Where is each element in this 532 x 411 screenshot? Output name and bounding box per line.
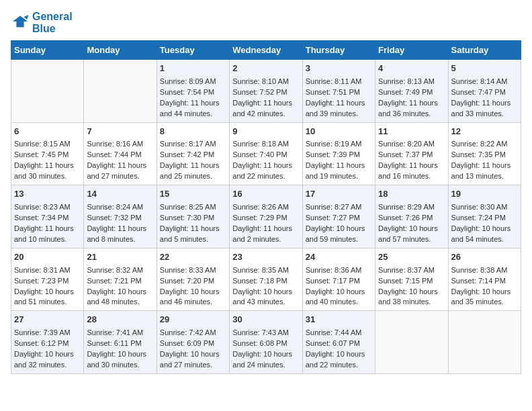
calendar-cell: 30Sunrise: 7:43 AMSunset: 6:08 PMDayligh… — [230, 311, 302, 374]
calendar-cell: 22Sunrise: 8:33 AMSunset: 7:20 PMDayligh… — [157, 248, 229, 311]
daylight-text: Daylight: 10 hours and 54 minutes. — [451, 224, 518, 245]
sunset-text: Sunset: 7:42 PM — [160, 150, 226, 161]
sunset-text: Sunset: 6:07 PM — [306, 338, 372, 349]
calendar-cell — [11, 60, 84, 123]
day-number: 27 — [14, 314, 81, 326]
sunrise-text: Sunrise: 8:37 AM — [378, 265, 445, 276]
sunset-text: Sunset: 7:39 PM — [306, 150, 372, 161]
sunrise-text: Sunrise: 8:29 AM — [378, 202, 445, 213]
day-number: 2 — [232, 62, 299, 75]
day-number: 24 — [306, 251, 372, 264]
sunrise-text: Sunrise: 8:22 AM — [451, 139, 518, 150]
days-of-week-header: SundayMondayTuesdayWednesdayThursdayFrid… — [11, 41, 521, 60]
daylight-text: Daylight: 11 hours and 33 minutes. — [451, 98, 518, 120]
calendar-cell: 15Sunrise: 8:25 AMSunset: 7:30 PMDayligh… — [157, 185, 229, 248]
sunrise-text: Sunrise: 8:19 AM — [306, 139, 372, 150]
day-number: 8 — [160, 126, 226, 138]
sunset-text: Sunset: 7:45 PM — [14, 150, 81, 161]
sunrise-text: Sunrise: 8:27 AM — [306, 202, 372, 213]
calendar-cell: 23Sunrise: 8:35 AMSunset: 7:18 PMDayligh… — [230, 248, 302, 311]
dow-header-friday: Friday — [375, 41, 448, 60]
calendar-week-5: 27Sunrise: 7:39 AMSunset: 6:12 PMDayligh… — [11, 311, 521, 374]
sunrise-text: Sunrise: 8:25 AM — [160, 202, 226, 213]
logo: General Blue — [11, 11, 73, 35]
daylight-text: Daylight: 11 hours and 2 minutes. — [232, 224, 299, 245]
day-number: 14 — [87, 188, 153, 201]
sunset-text: Sunset: 6:11 PM — [87, 338, 153, 349]
calendar-cell: 26Sunrise: 8:38 AMSunset: 7:14 PMDayligh… — [448, 248, 521, 311]
calendar-cell: 29Sunrise: 7:42 AMSunset: 6:09 PMDayligh… — [157, 311, 229, 374]
calendar-cell: 17Sunrise: 8:27 AMSunset: 7:27 PMDayligh… — [302, 185, 375, 248]
sunset-text: Sunset: 7:44 PM — [87, 150, 153, 161]
sunset-text: Sunset: 7:17 PM — [306, 276, 372, 287]
sunrise-text: Sunrise: 8:24 AM — [87, 202, 153, 213]
calendar-cell: 1Sunrise: 8:09 AMSunset: 7:54 PMDaylight… — [157, 60, 229, 123]
sunrise-text: Sunrise: 8:36 AM — [306, 265, 372, 276]
calendar-cell: 12Sunrise: 8:22 AMSunset: 7:35 PMDayligh… — [448, 122, 521, 185]
sunrise-text: Sunrise: 8:30 AM — [451, 202, 518, 213]
calendar-body: 1Sunrise: 8:09 AMSunset: 7:54 PMDaylight… — [11, 60, 521, 374]
daylight-text: Daylight: 11 hours and 42 minutes. — [232, 98, 299, 120]
daylight-text: Daylight: 10 hours and 32 minutes. — [14, 349, 81, 371]
calendar-week-1: 1Sunrise: 8:09 AMSunset: 7:54 PMDaylight… — [11, 60, 521, 123]
daylight-text: Daylight: 10 hours and 35 minutes. — [451, 287, 518, 308]
calendar-cell: 5Sunrise: 8:14 AMSunset: 7:47 PMDaylight… — [448, 60, 521, 123]
calendar-cell: 21Sunrise: 8:32 AMSunset: 7:21 PMDayligh… — [84, 248, 157, 311]
sunrise-text: Sunrise: 8:33 AM — [160, 265, 226, 276]
daylight-text: Daylight: 11 hours and 19 minutes. — [306, 161, 372, 182]
sunset-text: Sunset: 7:40 PM — [232, 150, 299, 161]
sunset-text: Sunset: 7:20 PM — [160, 276, 226, 287]
sunrise-text: Sunrise: 8:11 AM — [306, 77, 372, 87]
logo-bird-icon — [11, 12, 30, 31]
day-number: 26 — [451, 251, 518, 264]
header: General Blue — [11, 11, 521, 35]
sunrise-text: Sunrise: 8:35 AM — [232, 265, 299, 276]
calendar-cell: 13Sunrise: 8:23 AMSunset: 7:34 PMDayligh… — [11, 185, 84, 248]
sunrise-text: Sunrise: 8:26 AM — [232, 202, 299, 213]
sunrise-text: Sunrise: 8:38 AM — [451, 265, 518, 276]
daylight-text: Daylight: 11 hours and 27 minutes. — [87, 161, 153, 182]
day-number: 16 — [232, 188, 299, 201]
calendar-cell: 28Sunrise: 7:41 AMSunset: 6:11 PMDayligh… — [84, 311, 157, 374]
daylight-text: Daylight: 10 hours and 22 minutes. — [306, 349, 372, 371]
dow-header-sunday: Sunday — [11, 41, 84, 60]
day-number: 29 — [160, 314, 226, 326]
dow-header-monday: Monday — [84, 41, 157, 60]
sunrise-text: Sunrise: 8:18 AM — [232, 139, 299, 150]
day-number: 7 — [87, 126, 153, 138]
day-number: 31 — [306, 314, 372, 326]
sunrise-text: Sunrise: 8:13 AM — [378, 77, 445, 87]
day-number: 10 — [306, 126, 372, 138]
sunrise-text: Sunrise: 8:09 AM — [160, 77, 226, 87]
day-number: 20 — [14, 251, 81, 264]
sunrise-text: Sunrise: 8:14 AM — [451, 77, 518, 87]
calendar-cell: 11Sunrise: 8:20 AMSunset: 7:37 PMDayligh… — [375, 122, 448, 185]
sunset-text: Sunset: 7:29 PM — [232, 213, 299, 224]
day-number: 12 — [451, 126, 518, 138]
calendar-cell: 2Sunrise: 8:10 AMSunset: 7:52 PMDaylight… — [230, 60, 302, 123]
calendar-cell: 7Sunrise: 8:16 AMSunset: 7:44 PMDaylight… — [84, 122, 157, 185]
daylight-text: Daylight: 10 hours and 27 minutes. — [160, 349, 226, 371]
sunset-text: Sunset: 7:54 PM — [160, 87, 226, 98]
day-number: 30 — [232, 314, 299, 326]
day-number: 18 — [378, 188, 445, 201]
calendar-cell: 16Sunrise: 8:26 AMSunset: 7:29 PMDayligh… — [230, 185, 302, 248]
sunrise-text: Sunrise: 7:43 AM — [232, 328, 299, 338]
sunrise-text: Sunrise: 8:16 AM — [87, 139, 153, 150]
calendar-cell: 9Sunrise: 8:18 AMSunset: 7:40 PMDaylight… — [230, 122, 302, 185]
day-number: 23 — [232, 251, 299, 264]
calendar-cell — [448, 311, 521, 374]
daylight-text: Daylight: 11 hours and 39 minutes. — [306, 98, 372, 120]
calendar-week-2: 6Sunrise: 8:15 AMSunset: 7:45 PMDaylight… — [11, 122, 521, 185]
day-number: 11 — [378, 126, 445, 138]
logo-line1: General — [32, 11, 73, 23]
sunset-text: Sunset: 7:14 PM — [451, 276, 518, 287]
daylight-text: Daylight: 11 hours and 8 minutes. — [87, 224, 153, 245]
sunrise-text: Sunrise: 7:41 AM — [87, 328, 153, 338]
daylight-text: Daylight: 11 hours and 16 minutes. — [378, 161, 445, 182]
sunset-text: Sunset: 7:35 PM — [451, 150, 518, 161]
sunset-text: Sunset: 7:49 PM — [378, 87, 445, 98]
dow-header-tuesday: Tuesday — [157, 41, 229, 60]
calendar-cell: 31Sunrise: 7:44 AMSunset: 6:07 PMDayligh… — [302, 311, 375, 374]
sunrise-text: Sunrise: 8:20 AM — [378, 139, 445, 150]
